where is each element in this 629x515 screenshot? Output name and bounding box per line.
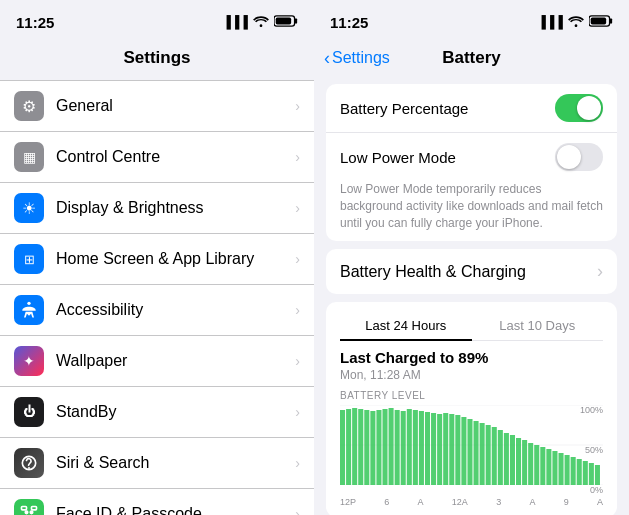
settings-item-display[interactable]: ☀ Display & Brightness › [0,183,314,234]
battery-content: Battery Percentage Low Power Mode Low Po… [314,76,629,515]
battery-percentage-toggle[interactable] [555,94,603,122]
right-status-bar: 11:25 ▐▐▐ [314,0,629,44]
x-label-3: 3 [496,497,501,507]
display-icon: ☀ [14,193,44,223]
low-power-mode-label: Low Power Mode [340,149,555,166]
back-label: Settings [332,49,390,67]
y-label-50: 50% [575,445,603,455]
svg-rect-57 [558,453,563,485]
x-label-12a: 12A [452,497,468,507]
siri-label: Siri & Search [56,454,291,472]
chart-x-labels: 12P 6 A 12A 3 A 9 A [340,497,603,507]
display-chevron: › [295,200,300,216]
battery-toggles-section: Battery Percentage Low Power Mode Low Po… [326,84,617,241]
settings-item-faceid[interactable]: Face ID & Passcode › [0,489,314,515]
x-label-a3: A [597,497,603,507]
general-chevron: › [295,98,300,114]
right-battery-icon [589,15,613,30]
svg-rect-22 [346,409,351,485]
svg-rect-17 [591,17,606,24]
right-signal-icon: ▐▐▐ [537,15,563,29]
standby-chevron: › [295,404,300,420]
back-chevron-icon: ‹ [324,48,330,69]
settings-item-standby[interactable]: ⏻ StandBy › [0,387,314,438]
svg-rect-6 [22,507,27,510]
wallpaper-label: Wallpaper [56,352,291,370]
control-centre-label: Control Centre [56,148,291,166]
tab-10d[interactable]: Last 10 Days [472,312,604,340]
wifi-icon [253,15,269,30]
settings-item-control-centre[interactable]: ▦ Control Centre › [0,132,314,183]
svg-rect-32 [407,409,412,485]
faceid-chevron: › [295,506,300,515]
x-label-a1: A [418,497,424,507]
svg-rect-49 [510,435,515,485]
svg-rect-23 [352,408,357,485]
svg-rect-54 [540,447,545,485]
y-label-0: 0% [575,485,603,495]
svg-point-5 [28,467,30,469]
x-label-9: 9 [564,497,569,507]
siri-icon [14,448,44,478]
svg-point-10 [25,511,28,513]
right-wifi-icon [568,15,584,30]
svg-rect-35 [425,412,430,485]
svg-rect-28 [382,409,387,485]
settings-item-home-screen[interactable]: ⊞ Home Screen & App Library › [0,234,314,285]
settings-item-general[interactable]: ⚙ General › [0,80,314,132]
standby-label: StandBy [56,403,291,421]
left-page-title: Settings [0,44,314,80]
svg-rect-50 [516,438,521,485]
settings-item-accessibility[interactable]: Accessibility › [0,285,314,336]
svg-rect-36 [431,413,436,485]
right-panel: 11:25 ▐▐▐ ‹ Settings [314,0,629,515]
svg-rect-56 [552,451,557,485]
home-screen-icon: ⊞ [14,244,44,274]
right-time: 11:25 [330,14,368,31]
low-power-mode-toggle[interactable] [555,143,603,171]
settings-item-siri[interactable]: Siri & Search › [0,438,314,489]
low-power-mode-row[interactable]: Low Power Mode [326,133,617,181]
svg-rect-1 [295,18,298,23]
svg-rect-38 [443,413,448,485]
left-panel: 11:25 ▐▐▐ Settings [0,0,314,515]
battery-icon [274,15,298,30]
general-label: General [56,97,291,115]
settings-item-wallpaper[interactable]: ✦ Wallpaper › [0,336,314,387]
wallpaper-chevron: › [295,353,300,369]
svg-point-3 [27,302,30,305]
control-centre-chevron: › [295,149,300,165]
left-status-icons: ▐▐▐ [222,15,298,30]
svg-rect-43 [474,421,479,485]
control-centre-icon: ▦ [14,142,44,172]
x-label-6: 6 [384,497,389,507]
svg-rect-53 [534,445,539,485]
svg-rect-27 [376,410,381,485]
battery-health-row[interactable]: Battery Health & Charging › [326,249,617,294]
svg-rect-2 [276,17,291,24]
battery-percentage-row[interactable]: Battery Percentage [326,84,617,133]
right-status-icons: ▐▐▐ [537,15,613,30]
chart-subtitle: Mon, 11:28 AM [340,368,603,382]
svg-rect-52 [528,443,533,485]
svg-rect-37 [437,414,442,485]
svg-rect-58 [565,455,570,485]
left-time: 11:25 [16,14,54,31]
battery-health-label: Battery Health & Charging [340,263,597,281]
svg-rect-46 [492,427,497,485]
x-label-a2: A [529,497,535,507]
svg-rect-34 [419,411,424,485]
chart-section: Last 24 Hours Last 10 Days Last Charged … [326,302,617,515]
battery-health-section[interactable]: Battery Health & Charging › [326,249,617,294]
low-power-desc: Low Power Mode temporarily reduces backg… [326,181,617,241]
display-label: Display & Brightness [56,199,291,217]
back-button[interactable]: ‹ Settings [324,48,390,69]
svg-rect-41 [461,417,466,485]
y-label-100: 100% [575,405,603,415]
right-nav: ‹ Settings Battery [314,44,629,76]
tab-24h[interactable]: Last 24 Hours [340,312,472,341]
svg-rect-31 [401,411,406,485]
home-screen-chevron: › [295,251,300,267]
svg-rect-25 [364,410,369,485]
svg-rect-29 [389,408,394,485]
